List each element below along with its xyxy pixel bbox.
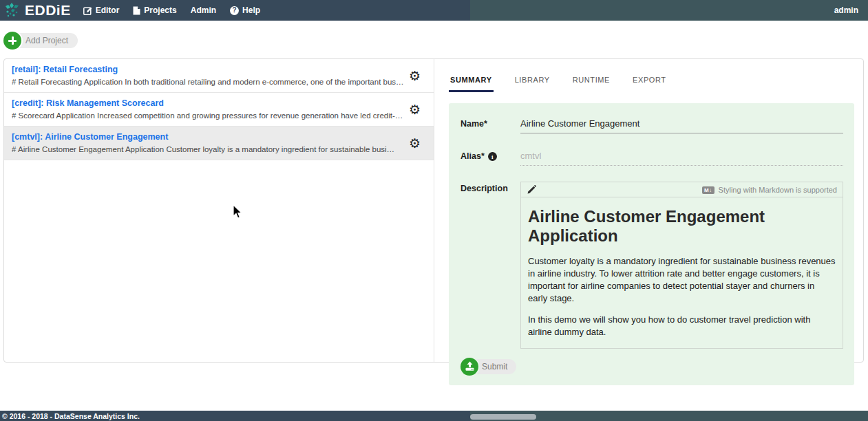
gear-icon[interactable]: ⚙ <box>409 69 421 83</box>
tab-library[interactable]: LIBRARY <box>514 73 551 92</box>
tab-export[interactable]: EXPORT <box>631 73 668 92</box>
question-circle-icon: ? <box>230 6 239 15</box>
project-title-link[interactable]: [cmtvl]: Airline Customer Engagement <box>12 132 406 142</box>
alias-field <box>520 149 843 166</box>
alias-row: Alias* i <box>461 149 843 166</box>
navbar-username[interactable]: admin <box>834 0 858 21</box>
add-project-button[interactable]: Add Project <box>3 32 78 50</box>
description-row: Description M↓ Styling with Markdown <box>461 182 843 349</box>
brand-name: EDDiE <box>25 2 71 19</box>
description-heading: Airline Customer Engagement Application <box>528 207 836 246</box>
markdown-toolbar: M↓ Styling with Markdown is supported <box>521 182 843 197</box>
description-paragraph: In this demo we will show you how to do … <box>528 314 836 338</box>
nav-item-projects[interactable]: Projects <box>133 6 176 15</box>
gear-icon[interactable]: ⚙ <box>409 103 421 116</box>
nav-item-help[interactable]: ? Help <box>230 6 260 15</box>
nav-item-label: Admin <box>191 6 216 15</box>
alias-label: Alias* i <box>461 149 520 166</box>
file-icon <box>133 6 140 15</box>
app-window: EDDiE Editor Projects Admin ? <box>0 0 868 421</box>
nav-item-label: Help <box>242 6 260 15</box>
project-summary: # Scorecard Application Increased compet… <box>12 111 406 120</box>
project-title-link[interactable]: [credit]: Risk Management Scorecard <box>12 98 406 108</box>
pencil-square-icon <box>83 6 92 15</box>
footer-bar: © 2016 - 2018 - DataSense Analytics Inc. <box>0 411 868 421</box>
project-detail-pane: SUMMARY LIBRARY RUNTIME EXPORT Name* Ali… <box>435 59 864 362</box>
tab-runtime[interactable]: RUNTIME <box>571 73 611 92</box>
list-item-cmtvl[interactable]: [cmtvl]: Airline Customer Engagement # A… <box>4 127 434 160</box>
nav-item-editor[interactable]: Editor <box>83 6 120 15</box>
markdown-preview[interactable]: Airline Customer Engagement Application … <box>521 197 843 348</box>
copyright-text: © 2016 - 2018 - DataSense Analytics Inc. <box>2 412 140 420</box>
list-item-credit[interactable]: [credit]: Risk Management Scorecard # Sc… <box>4 93 434 127</box>
info-icon: i <box>488 152 497 161</box>
brand[interactable]: EDDiE <box>4 1 71 19</box>
top-navbar: EDDiE Editor Projects Admin ? <box>0 0 868 21</box>
project-summary: # Airline Customer Engagement Applicatio… <box>12 145 406 153</box>
gear-icon[interactable]: ⚙ <box>409 137 421 150</box>
submit-button[interactable]: Submit <box>461 358 843 376</box>
plus-icon <box>3 32 21 50</box>
add-project-label: Add Project <box>13 33 78 48</box>
detail-tabs: SUMMARY LIBRARY RUNTIME EXPORT <box>449 73 854 93</box>
tab-summary[interactable]: SUMMARY <box>449 73 494 92</box>
upload-icon <box>461 358 478 376</box>
description-label: Description <box>461 182 520 349</box>
description-paragraph: Customer loyalty is a mandatory ingredie… <box>528 255 836 305</box>
projects-card: [retail]: Retail Forecasting # Retail Fo… <box>3 58 864 363</box>
project-summary: # Retail Forecasting Application In both… <box>12 78 406 86</box>
name-label: Name* <box>461 117 520 133</box>
navbar-menu: Editor Projects Admin ? Help <box>83 6 260 15</box>
markdown-logo-icon: M↓ <box>702 186 714 194</box>
nav-item-label: Editor <box>96 6 120 15</box>
horizontal-scrollbar-thumb[interactable] <box>470 414 536 420</box>
markdown-editor: M↓ Styling with Markdown is supported Ai… <box>520 182 843 349</box>
edit-pencil-icon[interactable] <box>527 185 536 195</box>
name-field[interactable] <box>520 117 843 133</box>
eddie-logo-icon <box>4 1 21 19</box>
name-row: Name* <box>461 117 843 133</box>
project-title-link[interactable]: [retail]: Retail Forecasting <box>12 65 406 74</box>
navbar-right-segment <box>470 0 868 21</box>
list-item-retail[interactable]: [retail]: Retail Forecasting # Retail Fo… <box>4 59 434 93</box>
nav-item-label: Projects <box>144 6 176 15</box>
markdown-note: M↓ Styling with Markdown is supported <box>702 186 837 194</box>
summary-form: Name* Alias* i Description <box>449 103 854 385</box>
project-list: [retail]: Retail Forecasting # Retail Fo… <box>4 59 434 362</box>
nav-item-admin[interactable]: Admin <box>191 6 216 15</box>
